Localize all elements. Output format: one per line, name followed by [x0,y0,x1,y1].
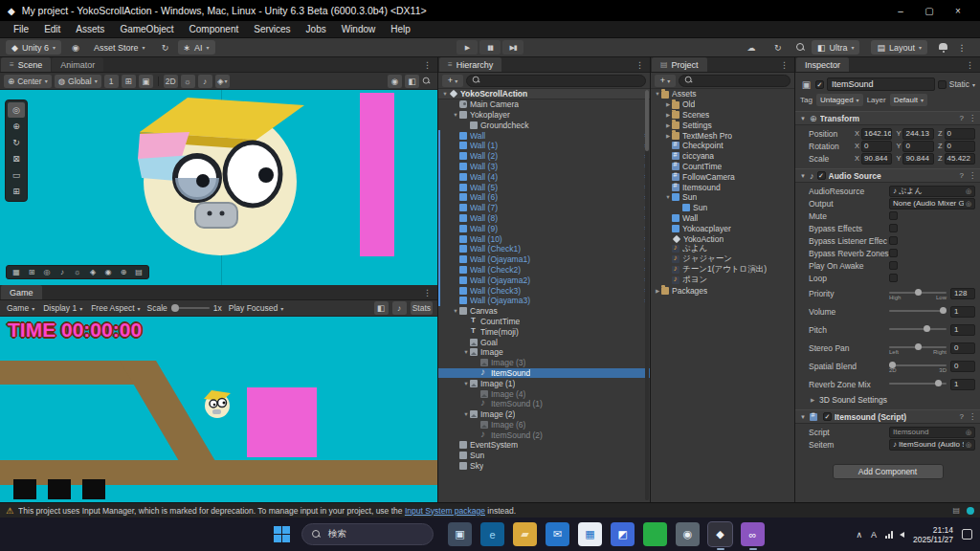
foldout-arrow[interactable]: ▶ [664,112,672,118]
project-row[interactable]: Sun [651,203,794,213]
menu-item[interactable]: Services [246,21,298,37]
layout-button[interactable]: ▤ Layout ▾ [871,40,927,55]
search-icon[interactable] [796,43,806,53]
slider-value-field[interactable]: 128 [950,288,975,299]
tray-expand-icon[interactable]: ∧ [856,530,862,540]
ai-button[interactable]: ∗ AI ▾ [178,40,215,55]
slider-knob[interactable] [935,380,942,386]
object-picker-icon[interactable]: ◎ [966,441,971,449]
game-viewport[interactable]: TIME 00:00:00 [0,317,437,502]
foldout-arrow[interactable]: ▶ [654,288,661,294]
hierarchy-row[interactable]: Sun [438,451,650,461]
tab-hierarchy[interactable]: ≡ Hierarchy [439,57,501,72]
object-picker-icon[interactable]: ◎ [966,200,971,208]
grid-size-field[interactable]: 1 [104,75,119,88]
hierarchy-row[interactable]: ▼ YokoScrollAction [438,89,650,99]
more-icon[interactable]: ⋮ [969,114,976,122]
hierarchy-row[interactable]: ItemSound (2) [438,430,650,440]
notification-center-icon[interactable] [962,529,972,540]
scene-viewport[interactable]: ◎⊕↻⊠▭⊞ ▦⊞◎♪☼◈◉⊕▤ [0,90,437,285]
wall-object[interactable] [360,93,394,256]
obs-icon[interactable]: ◉ [676,522,700,546]
foldout-arrow[interactable]: ▼ [462,349,470,355]
hierarchy-row[interactable]: Wall (5) › [438,182,650,192]
foldout-arrow[interactable]: ▼ [799,116,807,121]
tab-game[interactable]: Game [1,285,42,299]
itemsound-script-header[interactable]: ▼ ✓ Itemsound (Script) ? ⋮ [795,409,980,424]
hierarchy-row[interactable]: Wall (3) › [438,162,650,172]
x-field[interactable]: 1642.16 [861,128,892,140]
hierarchy-row[interactable]: ItemSound [438,368,650,379]
effects-toggle[interactable]: ◈ ▾ [215,75,230,88]
foldout-arrow[interactable]: ▼ [462,411,470,417]
menu-item[interactable]: Help [383,21,418,37]
project-row[interactable]: CountTime [651,162,794,172]
hierarchy-row[interactable]: ▼ Image (2) [438,409,650,420]
foldout-arrow[interactable]: ▼ [462,381,470,386]
hierarchy-row[interactable]: Image (3) [438,358,650,368]
help-icon[interactable]: ? [960,171,964,180]
slider-value-field[interactable]: 1 [950,379,975,390]
photos-icon[interactable]: ◩ [611,522,635,546]
display-dropdown[interactable]: Display 1▾ [41,303,84,313]
menu-item[interactable]: GameObject [112,21,181,37]
script-field[interactable]: Itemsound ◎ [889,427,975,438]
pause-button[interactable]: ▮▮ [479,40,501,55]
more-icon[interactable]: ⋮ [960,57,980,72]
more-icon[interactable]: ⋮ [953,40,970,55]
project-row[interactable]: ▶ Old [651,99,794,110]
start-button[interactable] [274,526,290,542]
menu-item[interactable]: Assets [68,21,112,37]
menu-item[interactable]: Edit [36,21,68,37]
slider-knob[interactable] [940,307,947,314]
scale-slider[interactable] [171,307,210,309]
2d-toggle[interactable]: 2D [164,75,178,88]
property-slider[interactable]: Left Right [889,339,947,357]
object-picker-icon[interactable]: ◎ [966,429,971,436]
static-dropdown-caret[interactable]: ▾ [972,81,975,88]
hierarchy-row[interactable]: Wall (1) › [438,141,650,151]
scrollbar-thumb[interactable] [645,90,649,151]
close-button[interactable]: × [944,0,972,21]
view-tool-button[interactable]: ◎ [8,102,25,118]
project-row[interactable]: Yokoacplayer [651,223,794,233]
pivot-button[interactable]: ⊕ Center ▾ [4,75,52,88]
asset-store-button[interactable]: Asset Store ▾ [88,40,151,55]
more-icon[interactable]: ⋮ [630,57,650,72]
slider-value-field[interactable]: 0 [950,361,975,372]
menu-item[interactable]: Window [334,21,384,37]
x-field[interactable]: 90.844 [861,153,892,165]
hierarchy-row[interactable]: Wall (8) › [438,213,650,224]
z-field[interactable]: 45.422 [945,153,975,165]
project-row[interactable]: YokoAction [651,233,794,244]
project-row[interactable]: Checkpoint [651,141,794,151]
foldout-arrow[interactable]: ▼ [799,173,807,179]
hierarchy-row[interactable]: Groundcheck [438,120,650,130]
slider-value-field[interactable]: 1 [950,306,975,318]
hierarchy-row[interactable]: CountTime [438,317,650,327]
snap-increment-button[interactable]: ▣ [139,75,153,88]
step-button[interactable]: ▶▮ [502,40,523,55]
line-icon[interactable] [643,522,667,546]
project-row[interactable]: ▶ Scenes [651,110,794,121]
explorer-icon[interactable]: ▰ [513,522,537,546]
mail-icon[interactable]: ✉ [546,522,569,546]
tab-animator[interactable]: Animator [52,57,103,72]
hierarchy-row[interactable]: Image (6) [438,420,650,430]
property-slider[interactable]: 2D 3D [889,357,947,375]
more-icon[interactable]: ⋮ [417,57,437,72]
project-row[interactable]: ▼ Assets [651,89,794,99]
hierarchy-row[interactable]: Wall (Ojayama2) › [438,275,650,285]
hierarchy-row[interactable]: Wall › [438,130,650,141]
grid-toggle-button[interactable]: ▦ [10,267,23,278]
z-field[interactable]: 0 [945,128,975,140]
output-field[interactable]: None (Audio Mixer G ◎ [889,198,975,209]
minimize-button[interactable]: – [886,0,915,21]
y-field[interactable]: 244.13 [902,128,933,140]
property-slider[interactable] [889,302,947,320]
foldout-arrow[interactable]: ▼ [654,91,661,97]
transform-tool-button[interactable]: ⊞ [8,184,25,199]
scale-tool-button[interactable]: ⊠ [8,151,25,166]
hierarchy-row[interactable]: Sky [438,461,650,472]
more-icon[interactable]: ⋮ [774,57,794,72]
